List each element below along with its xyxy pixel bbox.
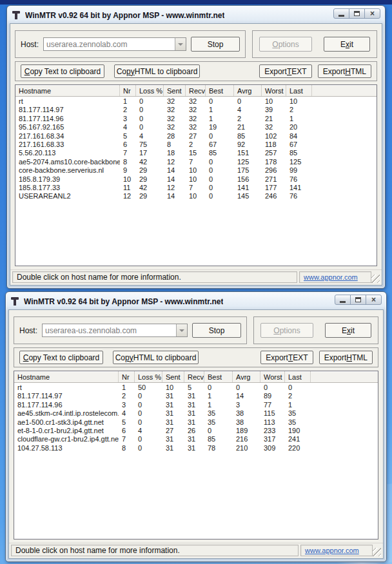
column-header-best[interactable]: Best xyxy=(206,85,234,96)
table-cell: 31 xyxy=(184,435,204,443)
minimize-button[interactable] xyxy=(333,8,349,19)
close-button[interactable]: × xyxy=(364,8,380,19)
copy-html-button[interactable]: Copy HTML to clipboard xyxy=(114,64,200,78)
appnor-link-panel: www.appnor.com xyxy=(299,271,371,283)
label-fragment: O xyxy=(272,40,278,49)
table-row[interactable]: ae1-500.cr1-stk3.ip4.gtt.net503131353811… xyxy=(14,418,378,427)
table-cell: 5 xyxy=(184,384,204,392)
export-html-button[interactable]: Export HTML xyxy=(318,64,371,78)
table-cell: 0 xyxy=(206,97,234,106)
close-button[interactable]: × xyxy=(366,295,382,305)
options-button[interactable]: Options xyxy=(259,37,312,52)
export-text-button[interactable]: Export TEXT xyxy=(259,64,311,78)
table-cell: 75 xyxy=(136,141,164,149)
table-row[interactable]: 81.177.114.9720323214392 xyxy=(15,106,377,114)
table-cell: 31 xyxy=(162,418,184,427)
minimize-icon xyxy=(340,301,346,303)
host-combobox-value[interactable]: userarea-us.zennolab.com xyxy=(43,324,176,336)
column-header-sent[interactable]: Sent xyxy=(162,371,184,382)
stop-button[interactable]: Stop xyxy=(192,323,241,338)
table-row[interactable]: ae5-2074.ams10.core-backbone.com84212701… xyxy=(15,158,377,166)
table-row[interactable]: 81.177.114.97203131114892 xyxy=(14,392,378,400)
column-header-avrg[interactable]: Avrg xyxy=(234,85,262,96)
copy-text-button[interactable]: Copy Text to clipboard xyxy=(19,351,103,364)
exit-button[interactable]: Exit xyxy=(325,323,371,338)
titlebar[interactable]: WinMTR v0.92 64 bit by Appnor MSP - www.… xyxy=(10,6,382,23)
close-icon: × xyxy=(371,296,376,304)
table-row[interactable]: 104.27.58.11380313178210309220 xyxy=(14,444,378,452)
table-cell: 32 xyxy=(186,106,206,114)
restore-button[interactable] xyxy=(350,295,366,305)
export-html-button[interactable]: Export HTML xyxy=(319,351,373,364)
copy-text-button[interactable]: Copy Text to clipboard xyxy=(21,64,104,78)
resize-grip[interactable] xyxy=(371,275,380,283)
column-header-last[interactable]: Last xyxy=(286,85,312,96)
table-cell: 8 xyxy=(120,158,136,166)
exit-button[interactable]: Exit xyxy=(324,37,370,52)
table-row[interactable]: USERAREANL212291410014524676 xyxy=(15,192,377,200)
column-header-hostname[interactable]: Hostname xyxy=(15,85,120,96)
table-cell: 241 xyxy=(285,435,311,443)
table-cell: rt xyxy=(14,384,119,392)
table-row[interactable]: 81.177.114.9630323212211 xyxy=(15,115,377,123)
column-header-recv[interactable]: Recv xyxy=(184,371,204,382)
column-header-last[interactable]: Last xyxy=(285,371,311,382)
column-header-nr[interactable]: Nr xyxy=(120,85,136,96)
table-row[interactable]: rt103232001010 xyxy=(15,97,377,106)
restore-button[interactable] xyxy=(349,8,365,19)
table-cell: 29 xyxy=(136,175,164,184)
caption-buttons: × xyxy=(335,295,382,305)
table-cell: 35 xyxy=(204,418,233,427)
column-header-loss-[interactable]: Loss % xyxy=(135,371,162,382)
winmtr-app-icon[interactable] xyxy=(12,10,21,20)
table-cell: 12 xyxy=(164,158,186,166)
table-row[interactable]: 81.177.114.9630313113771 xyxy=(14,401,378,409)
column-header-avrg[interactable]: Avrg xyxy=(233,371,260,382)
copy-html-button[interactable]: Copy HTML to clipboard xyxy=(113,351,199,364)
options-button[interactable]: Options xyxy=(260,323,313,338)
host-combobox[interactable]: userarea-us.zennolab.com xyxy=(42,324,188,337)
label-fragment: C xyxy=(23,353,29,362)
table-cell: 31 xyxy=(162,444,184,452)
titlebar[interactable]: WinMTR v0.92 64 bit by Appnor MSP - www.… xyxy=(8,292,384,309)
table-row[interactable]: 217.161.68.3454282708510284 xyxy=(15,132,377,141)
export-text-button[interactable]: Export TEXT xyxy=(260,351,313,364)
table-cell: 7 xyxy=(186,158,206,166)
column-header-worst[interactable]: Worst xyxy=(260,371,285,382)
table-row[interactable]: core-backbone.serverius.nl92914100175296… xyxy=(15,166,377,175)
column-header-loss-[interactable]: Loss % xyxy=(136,85,164,96)
label-fragment: py xyxy=(126,67,135,76)
desktop-background: WinMTR v0.92 64 bit by Appnor MSP - www.… xyxy=(0,0,392,564)
column-header-best[interactable]: Best xyxy=(204,371,233,382)
table-row[interactable]: 5.56.20.11371718158515125785 xyxy=(15,149,377,157)
table-row[interactable]: 95.167.92.16540323219213220 xyxy=(15,123,377,131)
winmtr-app-icon[interactable] xyxy=(10,297,20,306)
table-row[interactable]: et-8-1-0.cr1-bru2.ip4.gtt.net64272601892… xyxy=(14,427,378,435)
table-row[interactable]: 217.161.68.3367582679211867 xyxy=(15,141,377,149)
column-header-sent[interactable]: Sent xyxy=(164,85,186,96)
table-row[interactable]: rt1501050000 xyxy=(14,384,378,392)
appnor-link[interactable]: www.appnor.com xyxy=(305,547,359,554)
chevron-down-icon xyxy=(178,43,183,46)
column-header-recv[interactable]: Recv xyxy=(186,85,206,96)
appnor-link[interactable]: www.appnor.com xyxy=(304,273,358,281)
stop-button[interactable]: Stop xyxy=(191,37,240,52)
table-cell: 26 xyxy=(184,427,204,435)
table-row[interactable]: ae45.stkm-cr4.intl.ip.rostelecom.ru40313… xyxy=(14,409,378,418)
host-combobox-value[interactable]: userarea.zennolab.com xyxy=(44,38,175,50)
table-row[interactable]: cloudflare-gw.cr1-bru2.ip4.gtt.net703131… xyxy=(14,435,378,443)
table-row[interactable]: 185.8.177.3311421270141177141 xyxy=(15,184,377,192)
column-header-hostname[interactable]: Hostname xyxy=(14,371,119,382)
host-dropdown-button[interactable] xyxy=(175,38,186,50)
table-row[interactable]: 185.8.179.3910291410015627176 xyxy=(15,175,377,184)
host-dropdown-button[interactable] xyxy=(176,324,187,336)
column-header-worst[interactable]: Worst xyxy=(262,85,286,96)
minimize-button[interactable] xyxy=(335,295,351,305)
table-cell: 81.177.114.97 xyxy=(14,392,119,400)
resize-grip[interactable] xyxy=(373,548,381,556)
label-fragment: ptions xyxy=(279,40,299,49)
host-combobox[interactable]: userarea.zennolab.com xyxy=(43,37,186,51)
column-header-nr[interactable]: Nr xyxy=(119,371,135,382)
table-cell: 4 xyxy=(135,427,162,435)
table-cell: 31 xyxy=(162,392,184,400)
